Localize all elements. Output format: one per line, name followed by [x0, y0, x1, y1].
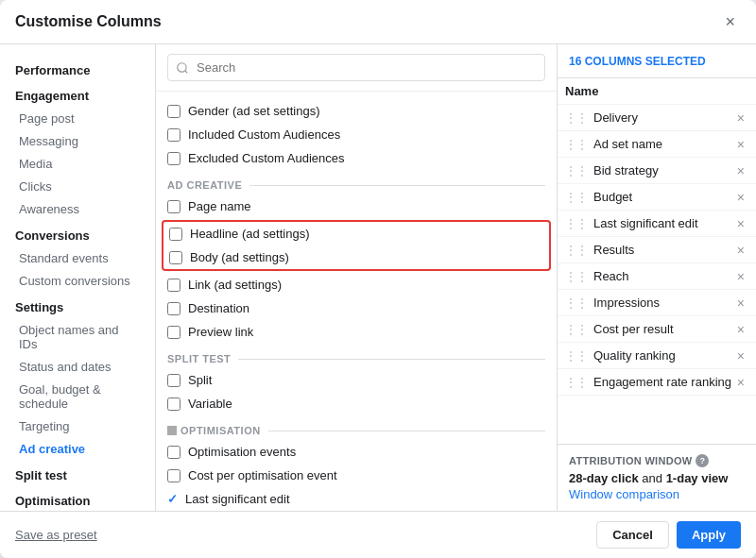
- drag-handle-icon: ⋮⋮: [565, 138, 588, 151]
- sidebar-item-goal-budget[interactable]: Goal, budget & schedule: [4, 379, 151, 414]
- sidebar-item-awareness[interactable]: Awareness: [4, 198, 151, 220]
- remove-reach-button[interactable]: ×: [733, 270, 748, 283]
- checkbox-headline[interactable]: [169, 228, 182, 241]
- selected-item-engagement-rate-ranking[interactable]: ⋮⋮ Engagement rate ranking ×: [558, 369, 756, 396]
- sidebar-item-status-dates[interactable]: Status and dates: [4, 356, 151, 378]
- attribution-and: and: [639, 471, 666, 485]
- selected-item-quality-ranking[interactable]: ⋮⋮ Quality ranking ×: [558, 343, 756, 369]
- selected-item-cost-per-result[interactable]: ⋮⋮ Cost per result ×: [558, 316, 756, 343]
- sidebar-item-targeting[interactable]: Targeting: [4, 415, 151, 437]
- option-label-last-significant-edit: Last significant edit: [185, 492, 290, 506]
- option-included-audiences[interactable]: Included Custom Audiences: [156, 123, 557, 146]
- close-button[interactable]: ×: [719, 11, 741, 32]
- selected-item-bid-strategy[interactable]: ⋮⋮ Bid strategy ×: [558, 158, 756, 184]
- checkbox-variable[interactable]: [167, 397, 180, 411]
- remove-ad-set-name-button[interactable]: ×: [733, 138, 748, 151]
- checkbox-cost-per-opt[interactable]: [167, 469, 180, 482]
- checkbox-excluded-audiences[interactable]: [167, 152, 180, 165]
- option-label-page-name: Page name: [188, 199, 251, 213]
- checkbox-gender[interactable]: [167, 105, 180, 118]
- checkbox-preview-link[interactable]: [167, 326, 180, 339]
- selected-item-label-delivery: Delivery: [593, 110, 733, 125]
- checkbox-link[interactable]: [167, 279, 180, 292]
- attribution-title-text: ATTRIBUTION WINDOW: [569, 455, 692, 466]
- remove-last-sig-edit-button[interactable]: ×: [733, 217, 748, 230]
- sidebar-item-messaging[interactable]: Messaging: [4, 130, 151, 152]
- attribution-section: ATTRIBUTION WINDOW ? 28-day click and 1-…: [558, 444, 756, 511]
- attribution-value: 28-day click and 1-day view: [569, 471, 745, 485]
- selected-item-delivery[interactable]: ⋮⋮ Delivery ×: [558, 105, 756, 131]
- checkbox-body[interactable]: [169, 251, 182, 264]
- middle-column: Gender (ad set settings) Included Custom…: [156, 44, 558, 511]
- selected-item-label-cost-per-result: Cost per result: [593, 322, 733, 336]
- selected-item-last-sig-edit[interactable]: ⋮⋮ Last significant edit ×: [558, 211, 756, 237]
- option-last-significant-edit[interactable]: ✓ Last significant edit: [156, 487, 557, 511]
- cancel-button[interactable]: Cancel: [596, 521, 669, 549]
- apply-button[interactable]: Apply: [677, 521, 741, 549]
- checkbox-page-name[interactable]: [167, 200, 180, 213]
- selected-item-name: Name: [558, 78, 756, 105]
- section-header-optimisation: OPTIMISATION: [156, 415, 557, 440]
- option-body[interactable]: Body (ad settings): [163, 245, 549, 269]
- customise-columns-modal: Customise Columns × Performance Engageme…: [0, 0, 756, 558]
- drag-handle-icon: ⋮⋮: [565, 244, 588, 257]
- save-preset-link[interactable]: Save as preset: [15, 528, 97, 542]
- attribution-bold1: 28-day click: [569, 471, 639, 485]
- sidebar-item-ad-creative[interactable]: Ad creative: [4, 438, 151, 460]
- checkbox-split[interactable]: [167, 374, 180, 387]
- option-cost-per-opt[interactable]: Cost per optimisation event: [156, 464, 557, 487]
- modal-footer: Save as preset Cancel Apply: [0, 511, 756, 558]
- remove-delivery-button[interactable]: ×: [733, 111, 748, 125]
- option-optimisation-events[interactable]: Optimisation events: [156, 440, 557, 464]
- selected-item-reach[interactable]: ⋮⋮ Reach ×: [558, 263, 756, 290]
- remove-engagement-rate-ranking-button[interactable]: ×: [733, 376, 748, 389]
- remove-budget-button[interactable]: ×: [733, 191, 748, 204]
- remove-cost-per-result-button[interactable]: ×: [733, 323, 748, 336]
- sidebar-item-object-names[interactable]: Object names and IDs: [4, 319, 151, 355]
- option-excluded-audiences[interactable]: Excluded Custom Audiences: [156, 146, 557, 170]
- option-destination[interactable]: Destination: [156, 296, 557, 320]
- highlighted-group: Headline (ad settings) Body (ad settings…: [162, 220, 551, 271]
- option-label-optimisation-events: Optimisation events: [188, 445, 296, 459]
- window-comparison-link[interactable]: Window comparison: [569, 487, 679, 501]
- sidebar-item-custom-conversions[interactable]: Custom conversions: [4, 270, 151, 292]
- selected-header: 16 COLUMNS SELECTED: [558, 44, 756, 78]
- sidebar-section-performance: Performance: [0, 56, 155, 81]
- selected-item-label-quality-ranking: Quality ranking: [593, 348, 733, 363]
- drag-handle-icon: ⋮⋮: [565, 296, 588, 310]
- checkbox-optimisation-events[interactable]: [167, 446, 180, 459]
- section-divider: [249, 185, 545, 186]
- remove-bid-strategy-button[interactable]: ×: [733, 164, 748, 178]
- remove-impressions-button[interactable]: ×: [733, 296, 748, 310]
- option-preview-link[interactable]: Preview link: [156, 320, 557, 344]
- search-input[interactable]: [167, 54, 545, 81]
- option-link[interactable]: Link (ad settings): [156, 273, 557, 296]
- selected-item-results[interactable]: ⋮⋮ Results ×: [558, 237, 756, 263]
- selected-item-label-last-sig-edit: Last significant edit: [593, 216, 733, 230]
- selected-item-impressions[interactable]: ⋮⋮ Impressions ×: [558, 290, 756, 316]
- checkbox-included-audiences[interactable]: [167, 128, 180, 142]
- option-label-excluded-audiences: Excluded Custom Audiences: [188, 151, 344, 165]
- option-headline[interactable]: Headline (ad settings): [163, 222, 549, 245]
- sidebar-section-engagement: Engagement: [0, 81, 155, 107]
- remove-quality-ranking-button[interactable]: ×: [733, 349, 748, 363]
- option-page-name[interactable]: Page name: [156, 194, 557, 218]
- selected-item-budget[interactable]: ⋮⋮ Budget ×: [558, 184, 756, 211]
- sidebar-item-standard-events[interactable]: Standard events: [4, 247, 151, 269]
- selected-count: 16 COLUMNS SELECTED: [569, 55, 706, 68]
- option-label-cost-per-opt: Cost per optimisation event: [188, 468, 337, 482]
- sidebar-item-media[interactable]: Media: [4, 153, 151, 175]
- option-gender[interactable]: Gender (ad set settings): [156, 99, 557, 123]
- sidebar-item-page-post[interactable]: Page post: [4, 108, 151, 129]
- option-split[interactable]: Split: [156, 368, 557, 392]
- drag-handle-icon: ⋮⋮: [565, 191, 588, 204]
- drag-handle-icon: ⋮⋮: [565, 349, 588, 363]
- remove-results-button[interactable]: ×: [733, 244, 748, 257]
- option-label-split: Split: [188, 373, 212, 387]
- checkbox-destination[interactable]: [167, 302, 180, 315]
- option-label-destination: Destination: [188, 301, 249, 315]
- sidebar-item-clicks[interactable]: Clicks: [4, 176, 151, 197]
- selected-item-ad-set-name[interactable]: ⋮⋮ Ad set name ×: [558, 131, 756, 158]
- selected-list: Name ⋮⋮ Delivery × ⋮⋮ Ad set name × ⋮⋮ B…: [558, 78, 756, 444]
- option-variable[interactable]: Variable: [156, 392, 557, 415]
